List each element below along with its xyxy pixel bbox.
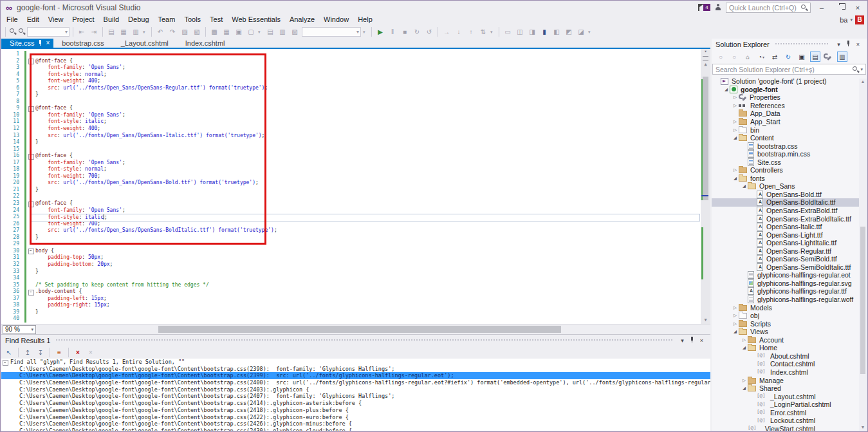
scroll-up-icon[interactable]: ▲ (701, 61, 710, 68)
close-panel-icon[interactable]: × (853, 41, 863, 48)
tree-item-lockout-cshtml[interactable]: Lockout.cshtml (712, 417, 867, 425)
tree-item-references[interactable]: ▷References (712, 102, 867, 110)
list-members-icon[interactable]: ▣ (234, 28, 244, 35)
tree-item-views[interactable]: ◢Views (712, 328, 867, 336)
close-tab-icon[interactable]: × (46, 40, 50, 46)
find-result-line[interactable]: C:\Users\Caemen\Desktop\google-font\goog… (1, 393, 710, 400)
tree-item-loginpartial-cshtml[interactable]: _LoginPartial.cshtml (712, 400, 867, 409)
menu-window[interactable]: Window (319, 14, 353, 25)
tree-item-fonts[interactable]: ◢fonts (712, 174, 867, 183)
expander-icon[interactable]: ▷ (732, 305, 739, 310)
find-result-line[interactable]: C:\Users\Caemen\Desktop\google-font\goog… (1, 420, 710, 427)
code-line[interactable]: 37 padding-left: 15px; (1, 296, 701, 303)
solution-explorer-scrollbar[interactable]: ▲ ▼ (859, 79, 867, 431)
intellisense-dropdown[interactable]: ▾ (258, 30, 263, 35)
tab-index-cshtml[interactable]: Index.cshtml (177, 39, 234, 48)
scrollbar-thumb[interactable] (860, 227, 865, 375)
tab-layout-cshtml[interactable]: _Layout.cshtml (113, 39, 177, 48)
menu-edit[interactable]: Edit (23, 14, 44, 25)
code-line[interactable]: 30body { (1, 248, 701, 255)
code-line[interactable]: 13 src: url('../fonts/Open_Sans/OpenSans… (1, 133, 701, 140)
pin-icon[interactable] (687, 337, 697, 344)
code-line[interactable]: 8 (1, 99, 701, 106)
code-line[interactable]: 31 padding-top: 50px; (1, 254, 701, 261)
find-in-files-icon[interactable]: ◨ (527, 28, 537, 35)
expander-icon[interactable]: ▷ (732, 313, 739, 318)
show-all-files-icon[interactable]: ▤ (810, 52, 820, 62)
pin-tab-icon[interactable] (38, 40, 43, 46)
code-line[interactable]: 1 (1, 51, 701, 58)
code-line[interactable]: 12 font-weight: 400; (1, 126, 701, 133)
step-out-icon[interactable]: ↑ (466, 28, 476, 35)
code-line[interactable]: 29 (1, 241, 701, 248)
code-line[interactable]: 35/* Set padding to keep content from hi… (1, 282, 701, 289)
feedback-icon[interactable] (714, 4, 722, 11)
tree-item-glyphicons-halflings-regular-woff[interactable]: glyphicons-halflings-regular.woff (712, 296, 867, 304)
menu-file[interactable]: File (2, 14, 23, 25)
delete-results-icon[interactable]: × (73, 349, 83, 356)
scroll-down-icon[interactable]: ▼ (859, 424, 867, 431)
window-position-dropdown-icon[interactable]: ▾ (834, 41, 844, 48)
home-icon[interactable]: ⌂ (743, 52, 753, 62)
expander-icon[interactable]: ◢ (732, 135, 739, 140)
solution-configurations-icon[interactable]: ▭ (503, 28, 513, 35)
tree-item-scripts[interactable]: ▷Scripts (712, 319, 867, 328)
minimize-button[interactable]: – (815, 4, 829, 12)
solution-platforms-icon[interactable]: ◫ (515, 28, 525, 35)
code-line[interactable]: 27 src: url('../fonts/Open_Sans/OpenSans… (1, 227, 701, 234)
next-bookmark-icon[interactable]: ◧ (551, 28, 562, 35)
tree-item-shared[interactable]: ◢Shared (712, 384, 867, 393)
debug-dropdown[interactable]: ▾ (490, 30, 495, 35)
code-line[interactable]: 33} (1, 268, 701, 276)
solution-explorer-header[interactable]: Solution Explorer ▾ × (712, 39, 867, 50)
find-result-line[interactable]: C:\Users\Caemen\Desktop\google-font\goog… (1, 366, 710, 373)
code-line[interactable]: 40 (1, 315, 701, 323)
scroll-up-icon[interactable]: ▲ (859, 79, 867, 85)
clear-bookmarks-icon[interactable]: ◪ (576, 28, 586, 35)
parameter-info-icon[interactable]: ▢ (246, 28, 256, 35)
code-line[interactable]: 25 font-style: italic; (1, 214, 701, 221)
go-to-previous-match-icon[interactable]: ↥ (23, 349, 33, 356)
code-line[interactable]: 38 padding-right: 15px; (1, 302, 701, 309)
breakpoints-icon[interactable]: ⇅ (478, 28, 488, 35)
tab-site-css[interactable]: Site.css× (1, 39, 53, 48)
code-line[interactable]: 26 font-weight: 700; (1, 221, 701, 228)
pending-changes-filter-icon[interactable]: ◔▾ (756, 52, 766, 62)
expander-icon[interactable]: ▷ (732, 127, 739, 133)
tree-item-controllers[interactable]: ▷Controllers (712, 166, 867, 174)
stop-search-icon[interactable]: × (86, 349, 96, 356)
tree-item-error-cshtml[interactable]: Error.cshtml (712, 408, 867, 417)
expander-icon[interactable]: ▷ (732, 321, 739, 326)
restart-icon[interactable]: ↻ (412, 28, 422, 35)
tree-item-opensans-italic-ttf[interactable]: OpenSans-Italic.ttf (712, 223, 867, 231)
expander-icon[interactable]: ▷ (732, 119, 739, 124)
code-line[interactable]: 2@font-face { (1, 58, 701, 65)
scrollbar-options-icon[interactable]: ▾ (701, 49, 710, 55)
find-result-line[interactable]: C:\Users\Caemen\Desktop\google-font\goog… (1, 400, 710, 407)
code-line[interactable]: 24 font-family: 'Open Sans'; (1, 207, 701, 214)
quick-launch-input[interactable]: Quick Launch (Ctrl+Q) (726, 3, 811, 13)
nest-related-files-icon[interactable]: ▣ (797, 52, 807, 62)
tree-item-properties[interactable]: ▷Properties (712, 93, 867, 102)
code-line[interactable]: 14} (1, 139, 701, 146)
menu-help[interactable]: Help (353, 14, 377, 25)
tree-item-account[interactable]: ▷Account (712, 336, 867, 344)
preview-selected-items-icon[interactable]: ▥ (837, 52, 847, 62)
prev-bookmark-icon[interactable]: ◩ (564, 28, 574, 35)
new-query-icon[interactable]: ▤ (265, 28, 275, 35)
code-line[interactable]: 4 font-style: normal; (1, 71, 701, 79)
navigate-forward-icon[interactable]: ○ (729, 52, 739, 62)
editor-vertical-scrollbar[interactable]: ▾ ▲ ▼ (701, 49, 710, 324)
avatar[interactable]: B (855, 15, 864, 24)
tree-item-opensans-light-ttf[interactable]: OpenSans-Light.ttf (712, 230, 867, 239)
tree-item-glyphicons-halflings-regular-eot[interactable]: glyphicons-halflings-regular.eot (712, 271, 867, 279)
close-panel-icon[interactable]: × (697, 337, 706, 344)
editor-horizontal-scrollbar[interactable] (37, 324, 709, 334)
code-editor[interactable]: 12@font-face {3 font-family: 'Open Sans'… (1, 49, 710, 324)
tree-item-contact-cshtml[interactable]: Contact.cshtml (712, 360, 867, 368)
undo-icon[interactable]: ↶ (155, 28, 165, 35)
expander-icon[interactable]: ▷ (732, 167, 739, 173)
tree-item-site-css[interactable]: Site.css (712, 158, 867, 166)
tree-item-google-font[interactable]: ◢google-font (712, 86, 867, 94)
tab-bootstrap-css[interactable]: bootstrap.css (53, 39, 112, 48)
